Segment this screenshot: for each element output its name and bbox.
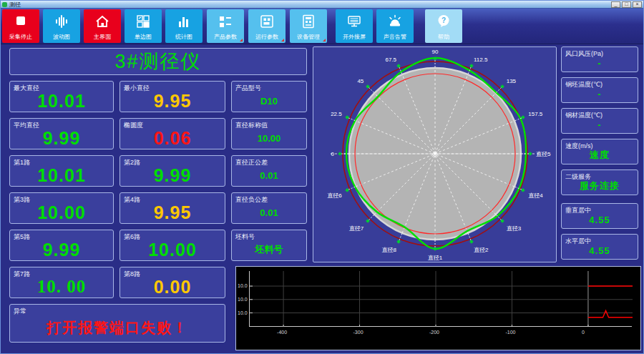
dropdown-corner-marker	[323, 39, 326, 41]
trend-plot-area	[249, 271, 632, 327]
alarm-message: 打开报警端口失败！	[10, 313, 225, 342]
polar-label: 直径4	[528, 192, 543, 199]
cell-channel-8: 第8路 0.00	[119, 267, 225, 298]
cell-ovality: 椭圆度 0.06	[119, 118, 225, 149]
toolbar: 采集停止 波动图 主界面 单边图 统计图	[1, 9, 643, 44]
device-icon	[300, 13, 317, 33]
cell-product-model: 产品型号 D10	[231, 81, 307, 112]
cell-channel-3: 第3路 10.00	[9, 192, 114, 224]
cell-plus-tolerance: 直径正公差 0.01	[231, 155, 307, 187]
polar-label: 直径2	[474, 247, 489, 253]
gauge-title: 3#测径仪	[9, 48, 307, 75]
window-title: 测径	[9, 1, 21, 8]
cell-channel-1: 第1路 10.01	[9, 155, 114, 187]
maximize-button[interactable]: □	[622, 1, 631, 8]
status-speed: 速度(m/s) 速度	[561, 139, 638, 164]
polar-profile-chart: 90112.5135157.5直径5直径4直径3直径2直径1直径8直径7直径60…	[313, 46, 557, 262]
dropdown-corner-marker	[240, 39, 243, 41]
cell-minus-tolerance: 直径负公差 0.01	[231, 192, 307, 224]
trend-plot-svg	[250, 271, 633, 327]
status-tuyere-pressure: 风口风压(Pa) -	[561, 46, 638, 72]
cell-channel-2: 第2路 9.99	[119, 155, 225, 187]
cell-avg-diameter: 平均直径 9.99	[9, 118, 114, 149]
cell-channel-7: 第7路 10. 00	[9, 267, 114, 298]
trend-x-tick: -400	[277, 330, 287, 335]
cell-channel-6: 第6路 10.00	[119, 230, 225, 261]
waveform-icon	[53, 13, 70, 33]
polar-label: 直径1	[428, 255, 443, 261]
alarm-box: 异常 打开报警端口失败！	[9, 304, 225, 343]
polar-label: 45	[357, 78, 364, 84]
status-vertical-centering: 垂直居中 4.55	[561, 203, 638, 229]
toolbar-button-main-screen[interactable]: 主界面	[84, 9, 121, 43]
polar-label: 直径5	[536, 151, 551, 157]
toolbar-button-run-params[interactable]: 运行参数	[248, 9, 286, 43]
help-icon: ?	[435, 13, 452, 33]
trend-x-tick: -200	[429, 330, 439, 335]
trend-x-tick: -300	[353, 330, 364, 335]
status-billet-temperature: 钢坯温度(℃) -	[561, 77, 638, 103]
toolbar-button-single-side-chart[interactable]: 单边图	[125, 9, 162, 43]
trend-x-tick: 0	[582, 330, 585, 335]
status-horizontal-centering: 水平居中 4.55	[561, 234, 638, 260]
minimize-button[interactable]: _	[611, 1, 620, 8]
panels-icon	[135, 13, 152, 33]
trend-y-tick: 10.0	[238, 297, 248, 302]
cell-nominal-diameter: 直径标称值 10.00	[231, 118, 307, 149]
product-params-icon	[217, 13, 234, 33]
app-icon	[2, 2, 7, 7]
toolbar-button-product-params[interactable]: 产品参数	[207, 9, 244, 43]
toolbar-button-wave-chart[interactable]: 波动图	[43, 9, 80, 43]
polar-label: 157.5	[528, 111, 543, 117]
toolbar-button-statistics-chart[interactable]: 统计图	[165, 9, 203, 43]
trend-chart: 10.010.010.0 -400-300-200-1000	[235, 266, 641, 350]
alarm-icon	[386, 13, 404, 33]
cell-max-diameter: 最大直径 10.01	[9, 81, 114, 112]
cell-billet-number: 坯料号 坯料号	[231, 230, 307, 261]
trend-y-tick: 10.0	[238, 283, 248, 288]
polar-profile-svg: 90112.5135157.5直径5直径4直径3直径2直径1直径8直径7直径60…	[313, 47, 556, 262]
polar-label: 90	[432, 49, 439, 55]
polar-label: 22.5	[331, 111, 342, 117]
diameter-gauge-app: { "window": { "title": "测径", "minimize":…	[0, 0, 644, 354]
cell-min-diameter: 最小直径 9.95	[119, 81, 225, 112]
run-params-icon	[258, 13, 275, 33]
toolbar-button-stop-capture[interactable]: 采集停止	[2, 9, 39, 43]
toolbar-button-help[interactable]: ? 帮助	[425, 9, 462, 43]
cell-channel-4: 第4路 9.95	[119, 192, 225, 224]
trend-y-tick: 10.0	[238, 310, 248, 315]
dropdown-corner-marker	[281, 39, 284, 41]
cell-channel-5: 第5路 9.99	[9, 230, 114, 261]
monitor-icon	[346, 13, 363, 33]
status-level2-service: 二级服务 服务连接	[561, 169, 638, 195]
close-button[interactable]: ×	[633, 1, 642, 8]
toolbar-button-external-screen[interactable]: 开外接屏	[336, 9, 373, 43]
polar-label: 112.5	[474, 56, 488, 63]
polar-label: 67.5	[385, 56, 396, 63]
home-icon	[94, 13, 111, 33]
stop-icon	[12, 13, 29, 33]
polar-label: 直径6	[327, 192, 342, 199]
svg-text:?: ?	[441, 16, 446, 24]
polar-label: 直径3	[507, 225, 522, 232]
toolbar-button-device-management[interactable]: 设备管理	[290, 9, 327, 43]
window-title-bar: 测径 _ □ ×	[1, 1, 643, 9]
polar-label: 0	[331, 151, 335, 157]
polar-label: 135	[507, 78, 517, 84]
status-steel-temperature: 钢材温度(℃) -	[561, 108, 638, 134]
polar-label: 直径7	[349, 225, 364, 232]
polar-label: 直径8	[382, 247, 397, 253]
toolbar-button-sound-alarm[interactable]: 声音告警	[376, 9, 414, 43]
trend-x-tick: -100	[505, 330, 515, 335]
bar-chart-icon	[175, 13, 192, 33]
